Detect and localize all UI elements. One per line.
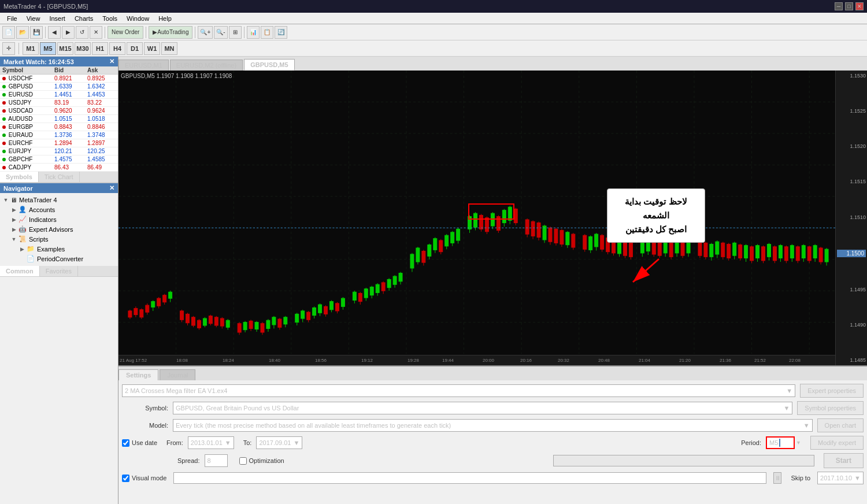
optimization-checkbox[interactable] — [239, 457, 247, 465]
to-date[interactable]: 2017.09.01 ▼ — [256, 436, 302, 449]
period-buttons: M1 M5 M15 M30 H1 H4 D1 W1 MN — [23, 42, 177, 55]
nav-indicators[interactable]: ▶ 📈 Indicators — [2, 214, 116, 224]
new-btn[interactable]: 📄 — [2, 26, 15, 39]
svg-rect-41 — [191, 317, 195, 325]
use-date-checkbox[interactable] — [122, 439, 129, 447]
visual-mode-checkbox[interactable] — [122, 475, 129, 482]
minimize-button[interactable]: ─ — [835, 2, 843, 10]
menu-charts[interactable]: Charts — [70, 14, 98, 23]
expert-properties-btn[interactable]: Expert properties — [800, 384, 864, 398]
nav-expert-advisors[interactable]: ▶ 🤖 Expert Advisors — [2, 224, 116, 234]
model-label: Model: — [122, 422, 168, 429]
time-1856: 18:56 — [315, 358, 327, 363]
menu-help[interactable]: Help — [154, 14, 176, 23]
mw-close-icon[interactable]: ✕ — [109, 58, 114, 65]
skip-to-input[interactable]: 2017.10.10 ▼ — [817, 472, 864, 484]
chart-container[interactable]: GBPUSD,M5 1.1907 1.1908 1.1907 1.1908 — [118, 71, 867, 365]
table-row[interactable]: EURUSD 1.4451 1.4453 — [0, 91, 118, 99]
svg-rect-87 — [335, 303, 339, 311]
indicator-dot — [2, 142, 6, 145]
nav-tab-common[interactable]: Common — [0, 266, 40, 276]
table-row[interactable]: USDCHF 0.8921 0.8925 — [0, 75, 118, 83]
table-row[interactable]: USDJPY 83.19 83.22 — [0, 99, 118, 107]
chart-tab-gbpusd-m5[interactable]: GBPUSD,M5 — [244, 59, 294, 71]
chart-tab-eurusd-m1[interactable]: EURUSD,M1 — [118, 60, 169, 71]
menu-view[interactable]: View — [22, 14, 45, 23]
tab-tick-chart[interactable]: Tick Chart — [39, 172, 80, 182]
tab-settings[interactable]: Settings — [118, 369, 158, 380]
visual-speed-bar[interactable] — [173, 472, 766, 484]
open-chart-btn[interactable]: Open chart — [817, 418, 864, 432]
symbol-dropdown[interactable]: GBPUSD, Great Britain Pound vs US Dollar… — [173, 402, 792, 414]
from-dropdown-arrow: ▼ — [225, 439, 231, 446]
autotrading-btn[interactable]: ▶ AutoTrading — [149, 26, 192, 39]
period-m15[interactable]: M15 — [57, 42, 73, 55]
refresh-btn[interactable]: ↺ — [76, 26, 88, 39]
menu-file[interactable]: File — [2, 14, 22, 23]
period-m5[interactable]: M5 — [40, 42, 56, 55]
table-row[interactable]: GBPUSD 1.6339 1.6342 — [0, 83, 118, 91]
nav-period-converter[interactable]: ▶ 📄 PeriodConverter — [2, 254, 116, 264]
period-m30[interactable]: M30 — [75, 42, 91, 55]
modify-expert-btn[interactable]: Modify expert — [810, 436, 864, 450]
period-h1[interactable]: H1 — [92, 42, 108, 55]
pause-btn[interactable]: ⏸ — [773, 472, 781, 484]
svg-line-246 — [633, 259, 659, 282]
period-input[interactable]: M5 — [766, 436, 795, 449]
restore-button[interactable]: □ — [845, 2, 853, 10]
stop-btn[interactable]: ✕ — [90, 26, 102, 39]
ea-dropdown[interactable]: 2 MA Crosses Mega filter EA V1.ex4 ▼ — [122, 384, 795, 397]
refresh2-btn[interactable]: 🔄 — [275, 26, 287, 39]
chart-zoom-in[interactable]: 🔍+ — [198, 26, 213, 39]
model-dropdown[interactable]: Every tick (the most precise method base… — [173, 419, 813, 432]
nav-accounts[interactable]: ▶ 👤 Accounts — [2, 205, 116, 214]
period-mn[interactable]: MN — [161, 42, 177, 55]
open-btn[interactable]: 📂 — [16, 26, 29, 39]
svg-rect-123 — [451, 232, 454, 243]
nav-close-icon[interactable]: ✕ — [109, 184, 114, 192]
menu-window[interactable]: Window — [122, 14, 154, 23]
table-row[interactable]: EURCHF 1.2894 1.2897 — [0, 139, 118, 147]
nav-tab-favorites[interactable]: Favorites — [40, 266, 78, 276]
table-row[interactable]: AUDUSD 1.0515 1.0518 — [0, 115, 118, 123]
start-btn[interactable]: Start — [824, 453, 864, 468]
col-ask: Ask — [85, 66, 118, 75]
back-btn[interactable]: ◀ — [48, 26, 61, 39]
symbol-properties-btn[interactable]: Symbol properties — [797, 401, 864, 415]
chart-tab-eurusd-m2[interactable]: EURUSD,M2 (offline) — [170, 60, 243, 71]
period-h4[interactable]: H4 — [109, 42, 125, 55]
svg-rect-25 — [140, 310, 143, 317]
period-w1[interactable]: W1 — [144, 42, 160, 55]
ea-dropdown-arrow: ▼ — [786, 387, 792, 394]
menu-insert[interactable]: Insert — [45, 14, 70, 23]
market-watch: Market Watch: 16:24:53 ✕ Symbol Bid Ask … — [0, 57, 118, 172]
table-row[interactable]: CADJPY 86.43 86.49 — [0, 164, 118, 172]
forward-btn[interactable]: ▶ — [62, 26, 75, 39]
close-button[interactable]: ✕ — [855, 2, 864, 10]
table-row[interactable]: EURGBP 0.8843 0.8846 — [0, 123, 118, 131]
template-btn[interactable]: 📋 — [261, 26, 273, 39]
chart-props[interactable]: ⊞ — [229, 26, 242, 39]
tab-journal[interactable]: Journal — [160, 369, 195, 380]
spread-input[interactable]: 8 — [205, 454, 228, 467]
nav-root[interactable]: ▼ 🖥 MetaTrader 4 — [2, 195, 116, 205]
from-date[interactable]: 2013.01.01 ▼ — [188, 436, 234, 449]
crosshair-btn[interactable]: ✛ — [2, 42, 15, 55]
indicators-btn[interactable]: 📊 — [247, 26, 260, 39]
nav-examples[interactable]: ▶ 📁 Examples — [2, 244, 116, 254]
save-btn[interactable]: 💾 — [30, 26, 43, 39]
nav-scripts[interactable]: ▼ 📜 Scripts — [2, 234, 116, 244]
svg-rect-121 — [445, 235, 449, 246]
period-m1[interactable]: M1 — [23, 42, 39, 55]
chart-zoom-out[interactable]: 🔍- — [214, 26, 227, 39]
table-row[interactable]: USDCAD 0.9620 0.9624 — [0, 107, 118, 115]
new-order-btn[interactable]: New Order — [108, 26, 143, 39]
window-controls: ─ □ ✕ — [835, 2, 864, 10]
table-row[interactable]: EURJPY 120.21 120.25 — [0, 147, 118, 155]
menu-tools[interactable]: Tools — [98, 14, 122, 23]
table-row[interactable]: GBPCHF 1.4575 1.4585 — [0, 155, 118, 164]
table-row[interactable]: EURAUD 1.3736 1.3748 — [0, 131, 118, 139]
svg-rect-111 — [416, 248, 420, 262]
period-d1[interactable]: D1 — [127, 42, 143, 55]
tab-symbols[interactable]: Symbols — [0, 172, 39, 182]
